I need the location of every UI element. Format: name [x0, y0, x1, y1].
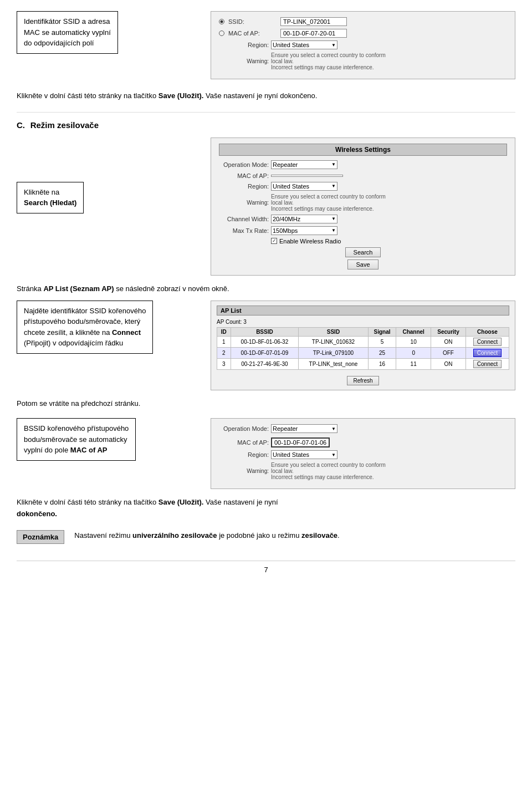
mac-radio[interactable] [219, 30, 224, 36]
repeater-panel-2: Operation Mode: Repeater ▼ MAC of AP: 00… [211, 418, 515, 489]
region-c-arrow: ▼ [331, 184, 336, 189]
callout-search-line2: Search (Hledat) [24, 199, 76, 207]
op-mode2-label: Operation Mode: [219, 425, 269, 432]
callout-bssid-line1: BSSID kořenového přístupového [24, 424, 129, 432]
callout-connect-line3: chcete zesílit, a klikněte na [24, 328, 112, 337]
warning-text: Ensure you select a correct country to c… [271, 52, 393, 70]
table-row: 2 00-1D-0F-07-01-09 TP-Link_079100 25 0 … [217, 347, 509, 358]
row2-channel: 0 [396, 347, 431, 358]
row1-connect[interactable]: Connect [466, 336, 509, 347]
region-label: Region: [219, 42, 269, 48]
ssid-radio[interactable] [219, 19, 224, 24]
region-c-value: United States [273, 183, 309, 190]
row2-ssid: TP-Link_079100 [299, 347, 368, 358]
col-channel: Channel [396, 327, 431, 336]
op-mode-value: Repeater [273, 161, 298, 168]
ap-list-panel: AP List AP Count: 3 ID BSSID SSID Signal… [211, 301, 515, 390]
row3-id: 3 [217, 358, 231, 369]
save-button-wireless[interactable]: Save [347, 259, 378, 269]
warning-c-text: Ensure you select a correct country to c… [271, 194, 393, 212]
callout-bssid: BSSID kořenového přístupového bodu/směro… [17, 418, 136, 461]
row3-bssid: 00-21-27-46-9E-30 [231, 358, 299, 369]
callout-connect-line4: (Připojit) [24, 339, 50, 347]
ap-table: ID BSSID SSID Signal Channel Security Ch… [217, 327, 509, 370]
channel-width-label: Channel Width: [219, 216, 269, 222]
mac-value: 00-1D-0F-07-20-01 [280, 29, 347, 38]
max-tx-select[interactable]: 150Mbps ▼ [271, 226, 337, 235]
mac-label: MAC of AP: [228, 30, 278, 37]
note-text: Nastavení režimu univerzálního zesilovač… [74, 530, 515, 542]
enable-wireless-label: Enable Wireless Radio [279, 238, 341, 245]
channel-width-arrow: ▼ [331, 216, 336, 221]
op-mode2-value: Repeater [273, 425, 298, 432]
row1-ssid: TP-LINK_010632 [299, 336, 368, 347]
row2-bssid: 00-1D-0F-07-01-09 [231, 347, 299, 358]
ssid-label: SSID: [228, 18, 278, 25]
return-text: Potom se vrátíte na předchozí stránku. [17, 398, 515, 410]
region-select[interactable]: United States ▼ [271, 40, 337, 49]
row2-id: 2 [217, 347, 231, 358]
row1-security: ON [431, 336, 466, 347]
region2-label: Region: [219, 451, 269, 458]
region-value: United States [273, 42, 309, 48]
col-choose: Choose [466, 327, 509, 336]
region2-value: United States [273, 451, 309, 458]
region-c-select[interactable]: United States ▼ [271, 182, 337, 191]
callout-line1: Identifikátor SSID a adresa [24, 17, 110, 26]
mac-of-ap2-value: 00-1D-0F-07-01-06 [271, 437, 330, 447]
warning2-text: Ensure you select a correct country to c… [271, 462, 393, 480]
table-row: 3 00-21-27-46-9E-30 TP-LINK_test_none 16… [217, 358, 509, 369]
callout-bssid-line2: bodu/směrovače se automaticky [24, 435, 127, 444]
enable-wireless-checkbox[interactable] [271, 238, 277, 244]
row3-connect[interactable]: Connect [466, 358, 509, 369]
row2-security: OFF [431, 347, 466, 358]
row3-security: ON [431, 358, 466, 369]
note-label: Poznámka [17, 530, 64, 544]
wireless-settings-title: Wireless Settings [219, 144, 507, 156]
note-section: Poznámka Nastavení režimu univerzálního … [17, 530, 515, 544]
wireless-settings-panel: Wireless Settings Operation Mode: Repeat… [211, 138, 515, 276]
channel-width-select[interactable]: 20/40MHz ▼ [271, 215, 337, 223]
op-mode-select[interactable]: Repeater ▼ [271, 160, 337, 169]
row3-ssid: TP-LINK_test_none [299, 358, 368, 369]
col-signal: Signal [368, 327, 396, 336]
row3-signal: 16 [368, 358, 396, 369]
region-c-label: Region: [219, 183, 269, 190]
callout-connect-line2: přístupového bodu/směrovače, který [24, 317, 140, 325]
table-row: 1 00-1D-8F-01-06-32 TP-LINK_010632 5 10 … [217, 336, 509, 347]
op-mode-label: Operation Mode: [219, 161, 269, 168]
row1-bssid: 00-1D-8F-01-06-32 [231, 336, 299, 347]
row2-connect[interactable]: Connect [466, 347, 509, 358]
search-button[interactable]: Search [345, 247, 381, 257]
mac-of-ap2-label: MAC of AP: [219, 439, 269, 446]
region2-arrow: ▼ [331, 452, 336, 457]
page-number: 7 [17, 561, 515, 574]
callout-connect-line1: Najděte identifikátor SSID kořenového [24, 307, 146, 315]
region-dropdown-arrow: ▼ [331, 43, 336, 48]
warning2-label: Warning: [219, 468, 269, 474]
max-tx-arrow: ▼ [331, 228, 336, 233]
row1-signal: 5 [368, 336, 396, 347]
mac-of-ap-input[interactable] [271, 175, 343, 177]
refresh-button[interactable]: Refresh [347, 376, 378, 385]
warning-c-label: Warning: [219, 200, 269, 206]
max-tx-value: 150Mbps [273, 227, 298, 234]
max-tx-label: Max Tx Rate: [219, 227, 269, 234]
col-security: Security [431, 327, 466, 336]
callout-line2: MAC se automaticky vyplní [24, 28, 111, 37]
callout-search: Klikněte na Search (Hledat) [17, 182, 84, 213]
wireless-panel-top: SSID: TP-LINK_072001 MAC of AP: 00-1D-0F… [211, 11, 515, 79]
callout-line3: do odpovídajících polí [24, 39, 94, 47]
region2-select[interactable]: United States ▼ [271, 450, 337, 459]
row3-channel: 11 [396, 358, 431, 369]
section-c-heading: C. Režim zesilovače [17, 120, 515, 130]
warning-label: Warning: [219, 58, 269, 64]
op-mode2-select[interactable]: Repeater ▼ [271, 424, 337, 433]
ap-list-count: AP Count: 3 [217, 319, 509, 325]
row1-id: 1 [217, 336, 231, 347]
ssid-value: TP-LINK_072001 [280, 17, 347, 26]
row2-signal: 25 [368, 347, 396, 358]
callout-connect: Najděte identifikátor SSID kořenového př… [17, 301, 153, 354]
channel-width-value: 20/40MHz [273, 216, 300, 222]
col-id: ID [217, 327, 231, 336]
